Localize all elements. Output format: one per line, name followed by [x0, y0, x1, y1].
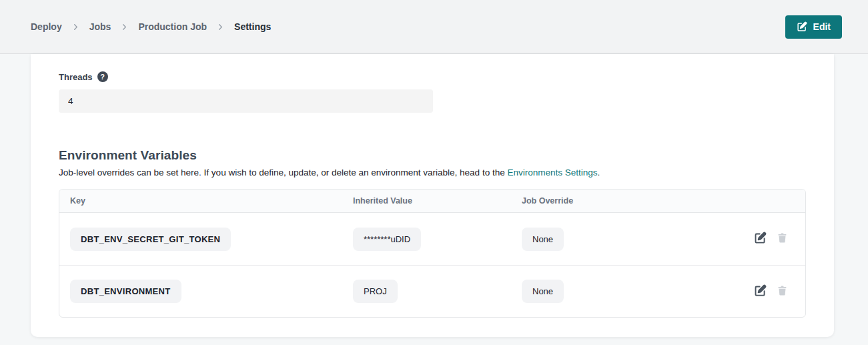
- env-var-inherited-value: ********uDID: [353, 228, 421, 251]
- breadcrumb-item-settings: Settings: [234, 21, 271, 32]
- column-header-inherited-value: Inherited Value: [342, 196, 511, 206]
- table-row: DBT_ENVIRONMENT PROJ None: [59, 265, 805, 317]
- pencil-square-icon: [754, 284, 767, 299]
- env-vars-description-text: Job-level overrides can be set here. If …: [59, 167, 507, 178]
- environments-settings-link[interactable]: Environments Settings: [507, 167, 597, 178]
- threads-label: Threads: [59, 72, 93, 82]
- env-var-key: DBT_ENVIRONMENT: [70, 280, 181, 303]
- env-var-job-override: None: [522, 228, 564, 251]
- breadcrumb-item-jobs[interactable]: Jobs: [89, 21, 111, 32]
- table-header-row: Key Inherited Value Job Override: [59, 190, 805, 213]
- question-circle-icon[interactable]: ?: [97, 71, 108, 82]
- edit-button[interactable]: Edit: [785, 15, 842, 39]
- breadcrumb-item-deploy[interactable]: Deploy: [31, 21, 62, 32]
- edit-button-label: Edit: [813, 21, 831, 32]
- trash-icon: [777, 285, 788, 298]
- top-bar: Deploy Jobs Production Job Settings Edit: [0, 0, 868, 54]
- env-var-inherited-value: PROJ: [353, 280, 398, 303]
- column-header-key: Key: [59, 196, 342, 206]
- env-vars-table: Key Inherited Value Job Override DBT_ENV…: [59, 189, 806, 318]
- chevron-right-icon: [72, 23, 79, 31]
- env-vars-description-period: .: [598, 167, 600, 178]
- env-vars-title: Environment Variables: [59, 148, 806, 163]
- chevron-right-icon: [121, 23, 128, 31]
- trash-icon: [777, 232, 788, 246]
- column-header-job-override: Job Override: [511, 196, 725, 206]
- row-edit-button[interactable]: [754, 284, 767, 299]
- chevron-right-icon: [217, 23, 224, 31]
- row-edit-button[interactable]: [754, 232, 767, 246]
- table-row: DBT_ENV_SECRET_GIT_TOKEN ********uDID No…: [59, 213, 805, 265]
- threads-input[interactable]: [59, 89, 433, 113]
- env-var-key: DBT_ENV_SECRET_GIT_TOKEN: [70, 228, 231, 251]
- row-delete-button[interactable]: [777, 232, 788, 246]
- env-vars-description: Job-level overrides can be set here. If …: [59, 167, 806, 178]
- pencil-square-icon: [797, 21, 807, 32]
- env-var-job-override: None: [522, 280, 564, 303]
- settings-card: Threads ? Environment Variables Job-leve…: [31, 54, 834, 337]
- breadcrumb-item-production-job[interactable]: Production Job: [138, 21, 207, 32]
- breadcrumb: Deploy Jobs Production Job Settings: [31, 21, 271, 32]
- row-delete-button[interactable]: [777, 285, 788, 298]
- pencil-square-icon: [754, 232, 767, 246]
